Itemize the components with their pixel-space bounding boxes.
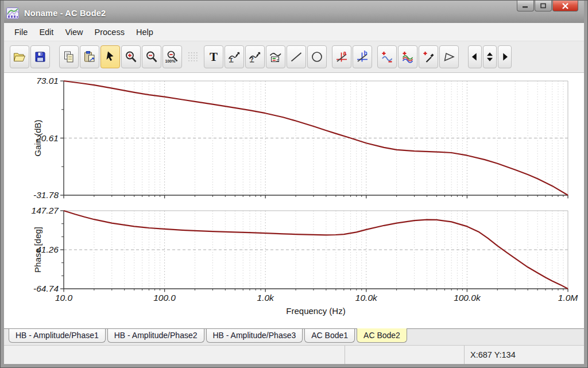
- insert-text-button[interactable]: T: [204, 45, 223, 68]
- open-file-icon: [13, 50, 26, 64]
- cursor-coordinates: X:687 Y:134: [470, 350, 516, 359]
- close-icon: [562, 3, 569, 9]
- frequency-tick-label: 100.0k: [454, 293, 481, 303]
- restore-button[interactable]: [535, 1, 552, 11]
- pick-curve-icon: [421, 50, 435, 64]
- gain-axis-title: Gain (dB): [33, 119, 42, 156]
- frequency-tick-label: 1.0k: [257, 293, 275, 303]
- open-file-button[interactable]: [10, 45, 29, 68]
- tab-ac-bode2[interactable]: AC Bode2: [357, 328, 407, 343]
- tab-ac-bode1[interactable]: AC Bode1: [304, 329, 355, 343]
- page-spin-icon: [483, 50, 496, 64]
- app-window: Noname - AC Bode2 File Edit View Process…: [0, 0, 588, 368]
- menu-bar: File Edit View Process Help: [4, 23, 584, 41]
- cursor-b-button[interactable]: b: [353, 45, 372, 68]
- cursor-a-button[interactable]: a: [332, 45, 351, 68]
- page-right-icon: [498, 50, 511, 64]
- select-cursor-icon: [103, 50, 117, 64]
- bode-plots: 73.0120.61-31.78Gain (dB)147.2741.26-64.…: [4, 73, 585, 328]
- phase-curve: [64, 211, 568, 289]
- legend-icon: z: [269, 50, 283, 64]
- zoom-in-icon: [124, 50, 138, 64]
- status-bar: X:687 Y:134: [4, 345, 584, 364]
- grid-icon: [186, 50, 200, 64]
- cursor-a-icon: a: [335, 50, 349, 64]
- page-spin-button[interactable]: [483, 45, 497, 68]
- axis-annotation-button[interactable]: T: [225, 45, 244, 68]
- zoom-out-icon: [145, 50, 158, 64]
- status-panel-middle: [345, 346, 465, 364]
- svg-text:b: b: [364, 50, 368, 56]
- zoom-100-button[interactable]: 100%: [163, 45, 182, 68]
- page-left-icon: [469, 50, 481, 64]
- zoom-100-icon: 100%: [165, 50, 179, 64]
- axis-annotation-icon: T: [227, 50, 241, 64]
- svg-text:a: a: [343, 50, 347, 56]
- marker-icon: [442, 50, 456, 64]
- chart-panel: 73.0120.61-31.78Gain (dB)147.2741.26-64.…: [4, 73, 584, 328]
- draw-ellipse-icon: [310, 50, 324, 64]
- minimize-button[interactable]: [517, 1, 534, 11]
- gain-y-tick-label: 73.01: [36, 76, 59, 86]
- legend-button[interactable]: z: [266, 45, 285, 68]
- title-bar: Noname - AC Bode2: [4, 1, 584, 23]
- svg-text:100%: 100%: [165, 59, 176, 63]
- tab-bar: HB - Amplitude/Phase1 HB - Amplitude/Pha…: [4, 328, 584, 345]
- curve-query-button[interactable]: ?: [245, 45, 265, 68]
- toggle-curve-button[interactable]: [377, 45, 397, 68]
- select-cursor-button[interactable]: [100, 45, 120, 68]
- zoom-out-button[interactable]: [142, 45, 161, 68]
- close-button[interactable]: [552, 1, 578, 11]
- status-panel-left: [4, 346, 345, 364]
- copy-button[interactable]: [59, 45, 79, 68]
- svg-text:?: ?: [250, 56, 253, 63]
- svg-text:z: z: [276, 57, 278, 63]
- copy-icon: [62, 50, 76, 64]
- frequency-tick-label: 100.0: [153, 293, 176, 303]
- tab-hb-amplitude-phase2[interactable]: HB - Amplitude/Phase2: [107, 329, 204, 343]
- draw-line-button[interactable]: [287, 45, 306, 68]
- zoom-in-button[interactable]: [121, 45, 141, 68]
- menu-help[interactable]: Help: [130, 25, 159, 40]
- marker-button[interactable]: [439, 45, 459, 68]
- gain-y-tick-label: -31.78: [33, 190, 59, 200]
- status-panel-coordinates: X:687 Y:134: [465, 346, 584, 364]
- page-left-button[interactable]: [468, 45, 482, 68]
- menu-view[interactable]: View: [59, 25, 88, 40]
- toolbar: 100%TT?zab: [4, 41, 584, 73]
- insert-text-icon: T: [207, 50, 220, 64]
- phase-axis-title: Phase [deg]: [33, 227, 42, 273]
- all-curves-icon: [401, 50, 415, 64]
- paste-icon: [83, 50, 96, 64]
- frequency-tick-label: 1.0M: [558, 293, 578, 303]
- menu-edit[interactable]: Edit: [33, 25, 59, 40]
- minimize-icon: [522, 3, 529, 9]
- tab-hb-amplitude-phase1[interactable]: HB - Amplitude/Phase1: [9, 329, 106, 343]
- toggle-curve-icon: [380, 50, 394, 64]
- phase-y-tick-label: 147.27: [32, 206, 60, 215]
- paste-button[interactable]: [80, 45, 99, 68]
- save-icon: [33, 50, 47, 64]
- phase-y-tick-label: -64.74: [33, 284, 59, 293]
- cursor-b-icon: b: [355, 50, 369, 64]
- svg-text:T: T: [210, 50, 218, 64]
- draw-line-icon: [289, 50, 303, 64]
- curve-query-icon: ?: [248, 50, 262, 64]
- gain-curve: [64, 81, 568, 195]
- svg-text:T: T: [230, 57, 233, 63]
- frequency-axis-title: Frequency (Hz): [286, 306, 345, 316]
- tab-hb-amplitude-phase3[interactable]: HB - Amplitude/Phase3: [206, 329, 303, 343]
- frequency-tick-label: 10.0k: [355, 293, 378, 303]
- draw-ellipse-button[interactable]: [307, 45, 327, 68]
- menu-process[interactable]: Process: [89, 25, 130, 40]
- all-curves-button[interactable]: [398, 45, 417, 68]
- menu-file[interactable]: File: [9, 25, 33, 40]
- pick-curve-button[interactable]: [419, 45, 438, 68]
- page-right-button[interactable]: [498, 45, 512, 68]
- save-button[interactable]: [30, 45, 50, 68]
- window-controls: [516, 1, 578, 11]
- frequency-tick-label: 10.0: [55, 293, 73, 303]
- grid-button: [183, 45, 203, 68]
- window-title: Noname - AC Bode2: [24, 9, 106, 18]
- app-icon: [6, 7, 19, 19]
